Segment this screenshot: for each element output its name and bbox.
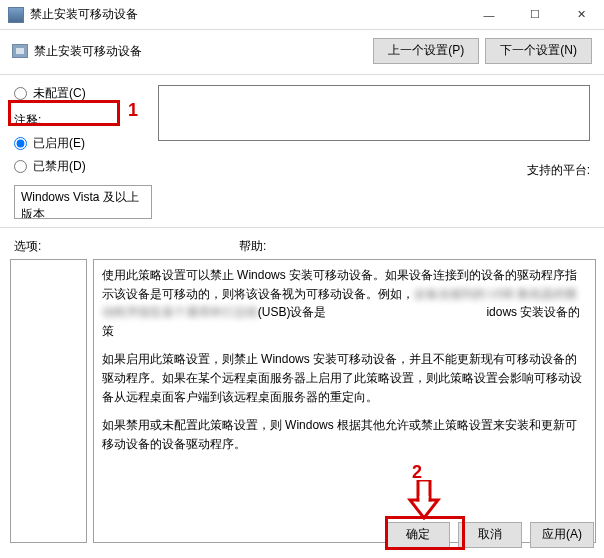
maximize-button[interactable]: ☐ bbox=[512, 0, 558, 29]
radio-disabled[interactable]: 已禁用(D) bbox=[14, 158, 152, 175]
supported-on-box: Windows Vista 及以上版本 bbox=[14, 185, 152, 219]
footer-buttons: 确定 取消 应用(A) bbox=[386, 522, 594, 548]
radio-not-configured-input[interactable] bbox=[14, 87, 27, 100]
help-panel: 使用此策略设置可以禁止 Windows 安装可移动设备。如果设备连接到的设备的驱… bbox=[93, 259, 596, 543]
radio-enabled-label: 已启用(E) bbox=[33, 135, 85, 152]
help-paragraph-2: 如果启用此策略设置，则禁止 Windows 安装可移动设备，并且不能更新现有可移… bbox=[102, 350, 587, 406]
lower-panels: 使用此策略设置可以禁止 Windows 安装可移动设备。如果设备连接到的设备的驱… bbox=[0, 259, 604, 543]
radio-disabled-input[interactable] bbox=[14, 160, 27, 173]
supported-label: 支持的平台: bbox=[158, 158, 590, 179]
apply-button[interactable]: 应用(A) bbox=[530, 522, 594, 548]
radio-enabled[interactable]: 已启用(E) bbox=[14, 135, 152, 152]
nav-buttons: 上一个设置(P) 下一个设置(N) bbox=[373, 38, 592, 64]
window-title: 禁止安装可移动设备 bbox=[30, 6, 466, 23]
help-paragraph-1: 使用此策略设置可以禁止 Windows 安装可移动设备。如果设备连接到的设备的驱… bbox=[102, 266, 587, 340]
window-controls: — ☐ ✕ bbox=[466, 0, 604, 29]
title-bar: 禁止安装可移动设备 — ☐ ✕ bbox=[0, 0, 604, 30]
radio-not-configured-label: 未配置(C) bbox=[33, 85, 86, 102]
help-label: 帮助: bbox=[239, 238, 266, 255]
radio-not-configured[interactable]: 未配置(C) bbox=[14, 85, 152, 102]
ok-button[interactable]: 确定 bbox=[386, 522, 450, 548]
radio-enabled-input[interactable] bbox=[14, 137, 27, 150]
comment-label: 注释: bbox=[14, 108, 152, 129]
setting-name: 禁止安装可移动设备 bbox=[34, 43, 373, 60]
minimize-button[interactable]: — bbox=[466, 0, 512, 29]
help-paragraph-3: 如果禁用或未配置此策略设置，则 Windows 根据其他允许或禁止策略设置来安装… bbox=[102, 416, 587, 453]
section-labels: 选项: 帮助: bbox=[0, 234, 604, 259]
cancel-button[interactable]: 取消 bbox=[458, 522, 522, 548]
next-setting-button[interactable]: 下一个设置(N) bbox=[485, 38, 592, 64]
divider bbox=[0, 74, 604, 75]
supported-on-text: Windows Vista 及以上版本 bbox=[21, 190, 139, 219]
previous-setting-button[interactable]: 上一个设置(P) bbox=[373, 38, 479, 64]
policy-icon bbox=[12, 44, 28, 58]
close-button[interactable]: ✕ bbox=[558, 0, 604, 29]
options-panel bbox=[10, 259, 87, 543]
options-label: 选项: bbox=[14, 238, 239, 255]
divider-2 bbox=[0, 227, 604, 228]
radio-disabled-label: 已禁用(D) bbox=[33, 158, 86, 175]
comment-textarea[interactable] bbox=[158, 85, 590, 141]
config-grid: 未配置(C) 注释: 已启用(E) 已禁用(D) 支持的平台: Windows … bbox=[0, 81, 604, 227]
header-row: 禁止安装可移动设备 上一个设置(P) 下一个设置(N) bbox=[0, 30, 604, 74]
app-icon bbox=[8, 7, 24, 23]
